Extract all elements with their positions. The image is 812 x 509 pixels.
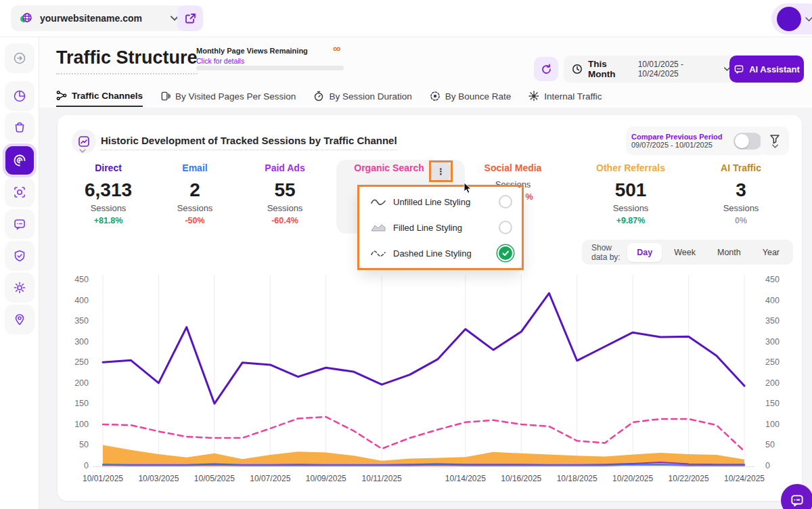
share-nodes-icon <box>56 90 67 101</box>
channel-sessions-label: Sessions <box>580 203 681 213</box>
y-axis-label-left: 350 <box>66 316 89 326</box>
refresh-icon <box>541 64 552 75</box>
shield-check-icon <box>13 249 26 263</box>
tab-bar: Traffic Channels By Visited Pages Per Se… <box>56 86 602 106</box>
channel-value: 501 <box>580 179 681 201</box>
x-axis-label: 10/01/2025 <box>83 474 123 483</box>
funnel-icon <box>769 134 780 144</box>
y-axis-label-left: 0 <box>66 461 89 470</box>
user-menu[interactable] <box>771 3 812 35</box>
channel-value: 2 <box>144 179 246 201</box>
page-views-details-link[interactable]: Click for details <box>196 57 244 65</box>
tab-traffic-channels[interactable]: Traffic Channels <box>56 85 143 107</box>
page-title: Traffic Structure <box>56 47 198 74</box>
channel-sessions-label: Sessions <box>144 203 246 213</box>
website-selector[interactable]: yourwebsitename.com <box>11 5 187 31</box>
show-data-by-control: Show data by: Day Week Month Year <box>582 240 793 265</box>
y-axis-label-right: 400 <box>765 296 788 305</box>
tab-visited-pages[interactable]: By Visited Pages Per Session <box>160 86 296 106</box>
sidebar-item-tracking[interactable] <box>5 177 35 207</box>
y-axis-label-left: 450 <box>66 275 89 284</box>
chat-bubble-icon <box>790 493 805 508</box>
clock-icon <box>572 64 583 74</box>
channel-label: Paid Ads <box>234 162 336 173</box>
channel-label: Email <box>144 162 246 173</box>
compare-toggle[interactable] <box>734 133 762 150</box>
page-views-remaining: ∞ <box>333 43 340 55</box>
x-axis-label: 10/11/2025 <box>362 474 402 483</box>
chat-bubble-icon <box>13 217 26 231</box>
open-website-button[interactable] <box>177 5 203 31</box>
y-axis-label-left: 50 <box>66 440 89 449</box>
sidebar-nav <box>0 37 39 509</box>
channel-sessions-label: Sessions <box>690 203 792 213</box>
x-axis-label: 10/16/2025 <box>501 474 541 483</box>
sidebar-item-messages[interactable] <box>5 209 35 239</box>
y-axis-label-left: 250 <box>66 357 89 367</box>
x-axis-label: 10/14/2025 <box>445 474 486 483</box>
sidebar-item-dashboard[interactable] <box>5 81 35 111</box>
traffic-chart-card: Historic Development of Tracked Sessions… <box>58 115 802 501</box>
chart-title: Historic Development of Tracked Sessions… <box>101 135 397 150</box>
tab-label: By Visited Pages Per Session <box>175 91 296 102</box>
channel-label: Social Media <box>462 162 564 173</box>
asterisk-icon <box>528 91 539 102</box>
granularity-month[interactable]: Month <box>708 243 750 262</box>
shopping-bag-icon <box>13 120 26 134</box>
chevron-down-icon <box>772 144 778 148</box>
website-name: yourwebsitename.com <box>40 13 164 24</box>
y-axis-label-right: 350 <box>765 316 788 326</box>
filter-button[interactable] <box>761 127 789 155</box>
x-axis-label: 10/24/2025 <box>724 474 765 483</box>
channel-label: AI Traffic <box>690 162 792 173</box>
x-axis-label: 10/20/2025 <box>612 474 653 483</box>
channel-value: 3 <box>690 179 792 201</box>
channel-stat-organic-search[interactable]: Organic Search <box>345 162 433 179</box>
y-axis-label-left: 100 <box>66 420 89 429</box>
y-axis-label-right: 150 <box>765 399 788 408</box>
y-axis-label-right: 0 <box>765 461 788 470</box>
app-window: yourwebsitename.com Traffic Structure Mo… <box>0 0 812 509</box>
y-axis-label-right: 100 <box>765 420 788 429</box>
sidebar-item-traffic-active[interactable] <box>3 143 37 177</box>
sidebar-collapse-button[interactable] <box>5 43 35 73</box>
globe-icon <box>19 12 34 25</box>
channel-change: 0% <box>690 216 792 225</box>
sidebar-item-store[interactable] <box>5 112 35 142</box>
compare-label: Compare Previous Period <box>631 133 729 141</box>
date-range-selector[interactable]: This Month 10/01/2025 - 10/24/2025 <box>564 56 738 83</box>
sidebar-item-settings[interactable] <box>5 273 35 303</box>
channel-stat-ai-traffic[interactable]: AI Traffic 3 Sessions 0% <box>690 162 792 225</box>
collapse-arrow-icon <box>13 51 26 65</box>
traffic-spiral-icon <box>5 146 34 175</box>
granularity-year[interactable]: Year <box>753 243 789 262</box>
channel-stat-paid-ads[interactable]: Paid Ads 55 Sessions -60.4% <box>234 162 336 225</box>
scan-target-icon <box>13 185 26 199</box>
channel-label: Other Referrals <box>580 162 681 173</box>
external-link-icon <box>185 13 196 24</box>
channel-sessions-label: Sessions <box>234 203 336 213</box>
refresh-button[interactable] <box>534 57 558 81</box>
sidebar-item-locations[interactable] <box>5 305 35 334</box>
channel-label: Organic Search <box>345 162 433 173</box>
annotation-highlight-kebab <box>429 160 453 182</box>
ai-assistant-button[interactable]: AI Assistant <box>729 56 804 83</box>
sidebar-item-privacy[interactable] <box>5 241 35 271</box>
y-axis-label-left: 400 <box>66 296 89 305</box>
y-axis-label-right: 50 <box>765 440 788 449</box>
compare-previous-period: Compare Previous Period 09/07/2025 - 10/… <box>626 127 767 155</box>
tab-session-duration[interactable]: By Session Duration <box>313 86 411 106</box>
page-views-progress-bar <box>196 66 344 70</box>
granularity-day[interactable]: Day <box>627 243 662 262</box>
tab-label: Internal Traffic <box>544 91 602 102</box>
channel-stat-email[interactable]: Email 2 Sessions -50% <box>144 162 246 225</box>
tab-bounce-rate[interactable]: By Bounce Rate <box>430 86 512 106</box>
support-chat-fab[interactable] <box>781 484 812 509</box>
annotation-highlight-menu <box>357 185 524 270</box>
channel-stat-other-referrals[interactable]: Other Referrals 501 Sessions +9.87% <box>580 162 681 225</box>
page-views-label: Monthly Page Views Remaining <box>196 47 308 55</box>
tab-internal-traffic[interactable]: Internal Traffic <box>528 86 602 106</box>
x-axis-label: 10/07/2025 <box>250 474 290 483</box>
granularity-week[interactable]: Week <box>664 243 705 262</box>
toggle-knob <box>735 134 749 148</box>
